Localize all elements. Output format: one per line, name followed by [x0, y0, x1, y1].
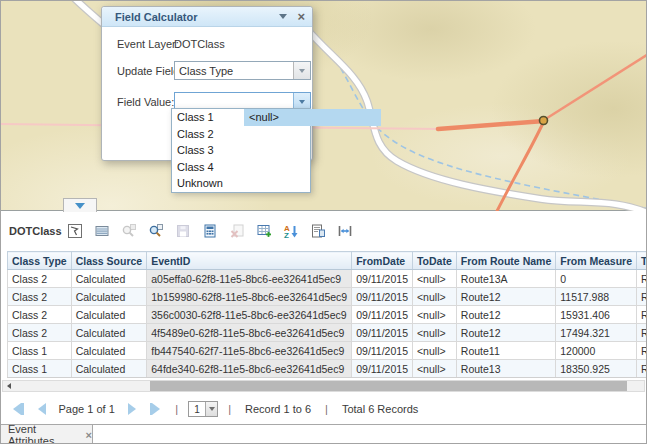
cell[interactable]: Calculated [71, 306, 147, 324]
cell[interactable]: a05effa0-62f8-11e5-8bc6-ee32641d5ec9 [147, 270, 352, 288]
column-header[interactable]: Class Type [8, 252, 72, 270]
cell[interactable]: <null> [412, 324, 456, 342]
last-page-button[interactable] [150, 403, 161, 415]
cell[interactable]: Route13A [456, 270, 555, 288]
map-junction-marker[interactable] [540, 117, 548, 125]
cell[interactable]: 11517.988 [556, 288, 637, 306]
next-page-button[interactable] [128, 403, 136, 415]
cell[interactable]: Calculated [71, 342, 147, 360]
column-header[interactable]: Class Source [71, 252, 147, 270]
cell[interactable]: 1b159980-62f8-11e5-8bc6-ee32641d5ec9 [147, 288, 352, 306]
cell[interactable]: 09/11/2015 [352, 306, 413, 324]
table-row[interactable]: Class 1Calculatedfb447540-62f7-11e5-8bc6… [8, 342, 647, 360]
dropdown-option[interactable]: Class 3 [172, 142, 310, 159]
cell[interactable]: <null> [412, 342, 456, 360]
cell[interactable]: Calculated [71, 360, 147, 378]
cell[interactable]: Calculated [71, 270, 147, 288]
cell[interactable]: Class 2 [8, 270, 72, 288]
sort-icon[interactable]: AZ [283, 223, 299, 239]
column-header[interactable]: FromDate [352, 252, 413, 270]
column-header[interactable]: EventID [147, 252, 352, 270]
horizontal-scrollbar[interactable] [2, 380, 645, 392]
table-row[interactable]: Class 2Calculateda05effa0-62f8-11e5-8bc6… [8, 270, 647, 288]
cell[interactable]: Route13 [637, 324, 646, 342]
dropdown-option[interactable]: Class 2 [172, 126, 310, 143]
close-icon[interactable]: × [297, 11, 305, 23]
panel-collapse-tab[interactable] [63, 198, 97, 212]
cell[interactable]: Class 1 [8, 342, 72, 360]
dropdown-button[interactable] [205, 402, 217, 416]
cell[interactable]: 18350.925 [556, 360, 637, 378]
select-records-icon[interactable] [67, 223, 83, 239]
cell[interactable]: fb447540-62f7-11e5-8bc6-ee32641d5ec9 [147, 342, 352, 360]
update-field-label: Update Field: [117, 65, 182, 77]
update-field-select[interactable]: Class Type [174, 61, 311, 80]
tab-close-icon[interactable]: × [86, 429, 92, 441]
save-icon[interactable] [175, 223, 191, 239]
map-features [1, 1, 646, 211]
field-calculator-titlebar[interactable]: Field Calculator × [102, 7, 312, 27]
cell[interactable]: <null> [412, 270, 456, 288]
cell[interactable]: Route13A [637, 270, 646, 288]
tab-event-attributes[interactable]: Event Attributes × [1, 425, 93, 444]
cell[interactable]: Class 2 [8, 288, 72, 306]
cell[interactable]: 17494.321 [556, 324, 637, 342]
table-row[interactable]: Class 2Calculated356c0030-62f8-11e5-8bc6… [8, 306, 647, 324]
copy-icon[interactable] [310, 223, 326, 239]
scrollbar-thumb[interactable] [150, 381, 627, 391]
fit-column-width-icon[interactable] [337, 223, 353, 239]
cell[interactable]: 64fde340-62f8-11e5-8bc6-ee32641d5ec9 [147, 360, 352, 378]
column-header[interactable]: ToDate [412, 252, 456, 270]
switch-table-view-icon[interactable] [94, 223, 110, 239]
cell[interactable]: 09/11/2015 [352, 270, 413, 288]
cell[interactable]: Route12 [637, 306, 646, 324]
cell[interactable]: Route11 [456, 342, 555, 360]
cell[interactable]: 0 [556, 270, 637, 288]
cell[interactable]: <null> [412, 360, 456, 378]
cell[interactable]: Route12 [456, 288, 555, 306]
column-header[interactable]: To Route Name [637, 252, 646, 270]
table-row[interactable]: Class 2Calculated4f5489e0-62f8-11e5-8bc6… [8, 324, 647, 342]
cell[interactable]: Calculated [71, 288, 147, 306]
column-header[interactable]: From Measure [556, 252, 637, 270]
first-page-button[interactable] [13, 403, 24, 415]
table-row[interactable]: Class 1Calculated64fde340-62f8-11e5-8bc6… [8, 360, 647, 378]
zoom-to-selection-icon[interactable] [121, 223, 137, 239]
cell[interactable]: Route12 [637, 342, 646, 360]
table-row[interactable]: Class 2Calculated1b159980-62f8-11e5-8bc6… [8, 288, 647, 306]
cell[interactable]: 120000 [556, 342, 637, 360]
cell[interactable]: Class 1 [8, 360, 72, 378]
scroll-left-arrow-icon[interactable] [3, 381, 15, 391]
cell[interactable]: 09/11/2015 [352, 324, 413, 342]
page-number-select[interactable]: 1 [188, 401, 218, 417]
cell[interactable]: Route12 [456, 306, 555, 324]
cell[interactable]: Calculated [71, 324, 147, 342]
cell[interactable]: Class 2 [8, 306, 72, 324]
cell[interactable]: 15931.406 [556, 306, 637, 324]
cell[interactable]: 09/11/2015 [352, 360, 413, 378]
map[interactable] [1, 1, 646, 211]
append-records-icon[interactable] [256, 223, 272, 239]
cell[interactable]: Route12 [456, 324, 555, 342]
delete-selected-icon[interactable] [229, 223, 245, 239]
cell[interactable]: 356c0030-62f8-11e5-8bc6-ee32641d5ec9 [147, 306, 352, 324]
cell[interactable]: <null> [412, 306, 456, 324]
dropdown-option[interactable]: Class 4 [172, 159, 310, 176]
dropdown-button[interactable] [293, 62, 310, 79]
cell[interactable]: Route12 [637, 288, 646, 306]
previous-page-button[interactable] [38, 403, 46, 415]
dropdown-option[interactable]: <null> [244, 109, 381, 126]
field-calculator-icon[interactable] [202, 223, 218, 239]
update-field-value: Class Type [175, 62, 293, 79]
pan-to-selection-icon[interactable] [148, 223, 164, 239]
collapse-dialog-icon[interactable] [279, 14, 287, 19]
cell[interactable]: 09/11/2015 [352, 342, 413, 360]
cell[interactable]: 4f5489e0-62f8-11e5-8bc6-ee32641d5ec9 [147, 324, 352, 342]
dropdown-option[interactable]: Unknown [172, 175, 310, 192]
cell[interactable]: 09/11/2015 [352, 288, 413, 306]
cell[interactable]: <null> [412, 288, 456, 306]
column-header[interactable]: From Route Name [456, 252, 555, 270]
cell[interactable]: Route13 [456, 360, 555, 378]
cell[interactable]: Route13 [637, 360, 646, 378]
cell[interactable]: Class 2 [8, 324, 72, 342]
